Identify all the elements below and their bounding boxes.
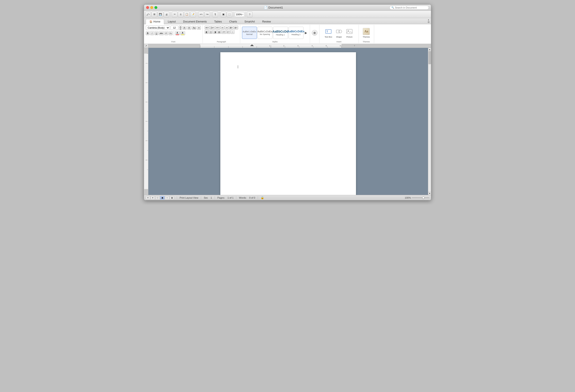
view-list-button[interactable]: ≡ <box>150 196 155 199</box>
help-button[interactable]: ? <box>247 12 253 17</box>
font-grow-button[interactable]: A+ <box>183 26 187 30</box>
styles-grid: AaBbCcDdEe Normal AaBbCcDdEe No Spacing … <box>242 26 308 39</box>
font-shrink-button[interactable]: A- <box>187 26 191 30</box>
superscript-button[interactable]: X² <box>164 31 168 35</box>
numbering-button[interactable]: 1≡ ▾ <box>210 25 215 29</box>
layout-icon: ▣ <box>222 13 224 16</box>
themes-insert[interactable]: Aa Themes <box>361 27 371 38</box>
close-button[interactable] <box>146 6 149 9</box>
line-spacing-button[interactable]: ↕≡ ▾ <box>221 30 226 34</box>
picture-insert[interactable]: Picture <box>345 27 354 38</box>
ruler-corner[interactable]: ↗ <box>144 44 148 48</box>
font-size-input[interactable] <box>170 25 178 30</box>
multilevel-list-button[interactable]: ≡≡ ▾ <box>215 25 220 29</box>
clear-formatting-button[interactable]: ✕ <box>197 26 201 30</box>
new-doc-button[interactable]: 🖊 ▾ <box>145 12 151 17</box>
undo-button[interactable]: ↩ ▾ <box>198 12 204 17</box>
increase-indent-button[interactable]: ⇒ <box>225 25 229 29</box>
minimize-button[interactable] <box>150 6 153 9</box>
copy-button[interactable]: ⎘ <box>178 12 184 17</box>
tab-smartart[interactable]: SmartArt <box>241 19 258 24</box>
tab-charts[interactable]: Charts <box>226 19 241 24</box>
status-sep5 <box>258 196 258 199</box>
new-doc-icon: 🖊 <box>146 13 149 16</box>
strikethrough-button[interactable]: abc <box>159 31 164 35</box>
ribbon-settings-icon[interactable]: ⚙ <box>428 21 430 23</box>
bold-button[interactable]: B <box>146 31 150 35</box>
style-heading2[interactable]: AaBbCcDdEe Heading 2 <box>288 27 304 39</box>
tab-layout-label: Layout <box>168 20 176 23</box>
subscript-button[interactable]: X₂ <box>169 31 173 35</box>
toolbar-row1: 🖊 ▾ ⊞ 💾 🖨 ✂ ⎘ 📋 📝 ↩ ▾ ↪ <box>144 11 431 18</box>
tab-tables[interactable]: Tables <box>211 19 226 24</box>
align-left-button[interactable]: ◧ <box>205 30 209 34</box>
highlight-button[interactable]: A <box>180 31 185 35</box>
style-heading1[interactable]: AaBbCcDd Heading 1 <box>273 27 288 39</box>
style-normal[interactable]: AaBbCcDdEe Normal <box>242 27 257 39</box>
justify-button[interactable]: ▤ <box>217 30 221 34</box>
font-family-select[interactable]: Cambria (Body) <box>146 25 170 30</box>
document-canvas[interactable] <box>148 48 428 195</box>
font-color-button[interactable]: A <box>175 31 180 35</box>
underline-button[interactable]: U <box>154 31 158 35</box>
highlight-color-indicator <box>181 35 184 35</box>
save-button[interactable]: 💾 <box>158 12 163 17</box>
change-case-button[interactable]: Aa <box>192 26 196 30</box>
borders-button[interactable]: ⊞ ▾ <box>229 25 234 29</box>
font-size-up[interactable]: ▲ <box>179 25 182 28</box>
line-spacing-dropdown-arrow: ▾ <box>224 31 225 33</box>
tab-review[interactable]: Review <box>258 19 274 24</box>
scrollbar-track[interactable] <box>428 51 431 192</box>
view-publishing-button[interactable]: □ <box>155 196 160 199</box>
align-right-button[interactable]: ◨ <box>213 30 217 34</box>
window-title: 📄 Document1 <box>157 6 389 9</box>
vertical-scrollbar[interactable]: ▲ ▼ <box>428 48 431 195</box>
shape-insert[interactable]: Shape <box>334 27 344 38</box>
indent-button[interactable]: ⬚ <box>227 12 232 17</box>
italic-button[interactable]: I <box>150 31 154 35</box>
redo-button[interactable]: ↪ ▾ <box>204 12 210 17</box>
ribbon-group-styles-action: ⊕ x <box>310 25 319 43</box>
columns-dropdown-arrow: ▾ <box>229 31 230 33</box>
scroll-up-button[interactable]: ▲ <box>428 48 431 51</box>
zoom-control[interactable]: 100% ▾ <box>235 12 244 17</box>
tab-layout[interactable]: Layout <box>164 19 179 24</box>
text-box-icon: T <box>324 27 332 35</box>
zoom-slider-thumb[interactable] <box>422 197 425 199</box>
maximize-button[interactable] <box>154 6 157 9</box>
search-box[interactable]: 🔍 <box>389 6 429 10</box>
text-box-insert[interactable]: T Text Box <box>324 27 333 38</box>
ribbon-collapse-up[interactable]: ▲ <box>428 19 430 21</box>
font-size-down[interactable]: ▼ <box>179 28 182 30</box>
styles-scroll-arrow[interactable]: ▶ <box>304 26 308 39</box>
zoom-slider[interactable] <box>412 197 429 198</box>
scroll-down-button[interactable]: ▼ <box>428 192 431 195</box>
search-input[interactable] <box>395 6 426 9</box>
bullets-button[interactable]: •≡ ▾ <box>205 25 209 29</box>
view-print-layout-button[interactable]: ▣ <box>160 196 165 199</box>
show-para-button[interactable]: ¶ <box>213 12 218 17</box>
view-outline-button[interactable]: ≡ <box>146 196 150 199</box>
decrease-indent-button[interactable]: ⇐ <box>220 25 224 29</box>
cut-button[interactable]: ✂ <box>172 12 177 17</box>
style-no-spacing[interactable]: AaBbCcDdEe No Spacing <box>258 27 272 39</box>
paste-button[interactable]: 📋 <box>184 12 190 17</box>
tab-document-elements[interactable]: Document Elements <box>179 19 211 24</box>
styles-action-button[interactable]: ⊕ <box>312 30 317 36</box>
print-button[interactable]: 🖨 <box>164 12 169 17</box>
shading-button[interactable]: ▨ ▾ <box>234 25 238 29</box>
spell-check-button[interactable]: 📝 <box>190 12 196 17</box>
scrollbar-thumb[interactable] <box>429 51 431 64</box>
tab-home[interactable]: 🏠 Home <box>146 19 164 24</box>
layout-view-button[interactable]: ▣ <box>220 12 226 17</box>
decrease-indent-icon: ⇐ <box>222 26 223 29</box>
document-page[interactable] <box>220 52 356 195</box>
new-window-button[interactable]: ⊞ <box>151 12 157 17</box>
spell-check-icon: 📝 <box>192 13 194 16</box>
view-web-button[interactable]: ○ <box>165 196 169 199</box>
sort-button[interactable]: ↕ <box>231 30 235 34</box>
align-center-button[interactable]: ◫ <box>209 30 213 34</box>
columns-button[interactable]: ⫿ ▾ <box>226 30 230 34</box>
status-sep4 <box>236 196 236 199</box>
view-notebook-button[interactable]: ▥ <box>170 196 174 199</box>
